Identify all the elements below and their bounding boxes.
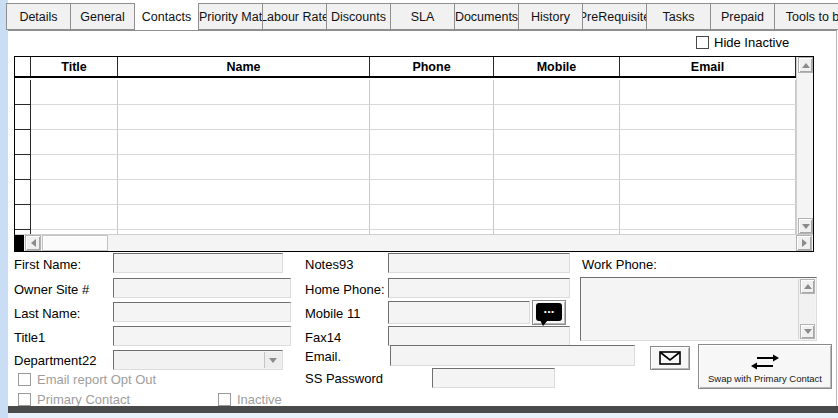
table-row[interactable] bbox=[15, 205, 796, 230]
tab-prepaid[interactable]: Prepaid bbox=[710, 3, 775, 30]
table-row[interactable] bbox=[15, 155, 796, 180]
home-phone-field[interactable] bbox=[388, 278, 570, 298]
fax-label: Fax14 bbox=[305, 330, 341, 345]
grid-header-row: Title Name Phone Mobile Email bbox=[15, 57, 796, 78]
arrow-down-icon bbox=[804, 329, 812, 334]
email-opt-out-label: Email report Opt Out bbox=[37, 372, 156, 387]
hide-inactive-control: Hide Inactive bbox=[696, 35, 789, 50]
contacts-grid: Title Name Phone Mobile Email bbox=[14, 56, 814, 252]
arrow-left-icon bbox=[31, 239, 36, 247]
table-row[interactable] bbox=[15, 80, 796, 105]
send-sms-button[interactable]: ... bbox=[532, 300, 566, 325]
grid-horizontal-scrollbar[interactable] bbox=[15, 234, 813, 251]
title-field[interactable] bbox=[113, 326, 291, 346]
scroll-left-button[interactable] bbox=[25, 235, 41, 251]
table-row[interactable] bbox=[15, 180, 796, 205]
primary-contact-checkbox[interactable] bbox=[18, 393, 31, 406]
tab-priority-matrix[interactable]: Priority Mat bbox=[198, 3, 263, 30]
tab-labour-rates[interactable]: Labour Rate bbox=[262, 3, 327, 30]
grid-vertical-scrollbar[interactable] bbox=[796, 57, 813, 234]
grid-header-email[interactable]: Email bbox=[620, 57, 796, 76]
inactive-checkbox[interactable] bbox=[218, 393, 231, 406]
arrow-right-icon bbox=[802, 239, 807, 247]
owner-site-field[interactable] bbox=[113, 278, 291, 298]
memo-scroll-up-button[interactable] bbox=[800, 279, 815, 294]
bottom-divider-bar bbox=[8, 406, 838, 413]
contacts-screen: Details General Contacts Priority Mat La… bbox=[0, 0, 838, 418]
scroll-right-button[interactable] bbox=[796, 235, 812, 251]
primary-contact-label: Primary Contact bbox=[37, 392, 130, 407]
memo-scrollbar[interactable] bbox=[798, 279, 815, 339]
tab-tools[interactable]: Tools to be bbox=[774, 3, 838, 30]
table-row[interactable] bbox=[15, 105, 796, 130]
tab-prerequisites[interactable]: PreRequisite bbox=[582, 3, 647, 30]
tab-history[interactable]: History bbox=[518, 3, 583, 30]
grid-header-mobile[interactable]: Mobile bbox=[494, 57, 620, 76]
table-row[interactable] bbox=[15, 130, 796, 155]
bottom-padding bbox=[8, 413, 838, 418]
email-opt-out-checkbox[interactable] bbox=[18, 373, 31, 386]
scroll-up-button[interactable] bbox=[798, 57, 813, 73]
send-email-button[interactable] bbox=[650, 346, 690, 370]
tab-sla[interactable]: SLA bbox=[390, 3, 455, 30]
contacts-panel: Hide Inactive Title Name Phone Mobile Em… bbox=[8, 30, 837, 406]
arrow-up-icon bbox=[804, 284, 812, 289]
first-name-field[interactable] bbox=[113, 253, 283, 273]
tab-documents[interactable]: Documents bbox=[454, 3, 519, 30]
work-phone-memo[interactable] bbox=[580, 277, 817, 341]
home-phone-label: Home Phone: bbox=[305, 282, 385, 297]
memo-scroll-down-button[interactable] bbox=[800, 324, 815, 339]
tab-general[interactable]: General bbox=[70, 3, 135, 30]
scrollbar-corner-block bbox=[15, 235, 24, 252]
email-field[interactable] bbox=[390, 345, 635, 366]
inactive-label: Inactive bbox=[237, 392, 282, 407]
notes-label: Notes93 bbox=[305, 257, 353, 272]
tab-details[interactable]: Details bbox=[6, 3, 71, 30]
sms-bubble-icon: ... bbox=[536, 303, 562, 321]
fax-field[interactable] bbox=[388, 326, 570, 346]
swap-arrows-icon bbox=[750, 354, 780, 371]
arrow-down-icon bbox=[802, 224, 810, 229]
mobile-field[interactable] bbox=[388, 301, 530, 324]
grid-body bbox=[15, 80, 796, 234]
hide-inactive-label: Hide Inactive bbox=[714, 35, 789, 50]
mobile-label: Mobile 11 bbox=[305, 306, 360, 321]
scroll-down-button[interactable] bbox=[798, 218, 813, 234]
tab-tasks[interactable]: Tasks bbox=[646, 3, 711, 30]
work-phone-label: Work Phone: bbox=[582, 257, 657, 272]
title-label: Title1 bbox=[14, 330, 45, 345]
arrow-up-icon bbox=[802, 63, 810, 68]
ss-password-field[interactable] bbox=[432, 368, 555, 388]
grid-header-name[interactable]: Name bbox=[118, 57, 370, 76]
grid-header-title[interactable]: Title bbox=[31, 57, 118, 76]
department-label: Department22 bbox=[14, 353, 96, 368]
chevron-down-icon bbox=[269, 358, 277, 363]
swap-button-label: Swap with Primary Contact bbox=[708, 373, 822, 384]
last-name-label: Last Name: bbox=[14, 306, 80, 321]
swap-primary-contact-button[interactable]: Swap with Primary Contact bbox=[698, 344, 832, 389]
grid-header-phone[interactable]: Phone bbox=[370, 57, 494, 76]
left-accent-strip bbox=[0, 0, 8, 418]
hide-inactive-checkbox[interactable] bbox=[696, 36, 709, 49]
envelope-icon bbox=[659, 351, 681, 365]
tab-contacts[interactable]: Contacts bbox=[134, 3, 199, 30]
email-label: Email. bbox=[305, 349, 341, 364]
notes-field[interactable] bbox=[388, 253, 570, 273]
last-name-field[interactable] bbox=[113, 302, 291, 322]
horizontal-scroll-thumb[interactable] bbox=[42, 235, 108, 251]
first-name-label: First Name: bbox=[14, 257, 81, 272]
grid-header-selector bbox=[15, 57, 31, 76]
combo-dropdown-button[interactable] bbox=[264, 352, 281, 368]
tab-discounts[interactable]: Discounts bbox=[326, 3, 391, 30]
ss-password-label: SS Password bbox=[305, 371, 383, 386]
department-select[interactable] bbox=[113, 350, 283, 370]
tab-bar: Details General Contacts Priority Mat La… bbox=[6, 3, 838, 30]
owner-site-label: Owner Site # bbox=[14, 282, 89, 297]
